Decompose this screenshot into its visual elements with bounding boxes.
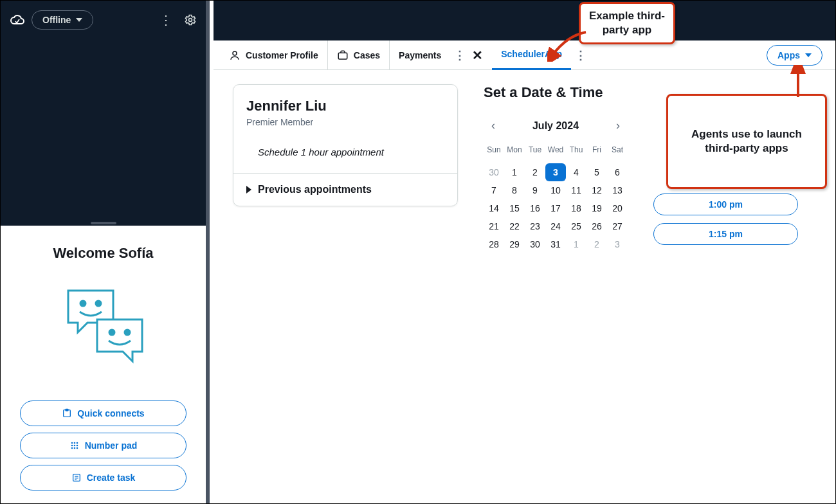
customer-card: Jennifer Liu Premier Member Schedule 1 h… — [233, 84, 458, 206]
tab-cases[interactable]: Cases — [327, 40, 389, 70]
more-vert-icon[interactable]: ⋮ — [159, 12, 172, 28]
calendar-next-month[interactable]: › — [611, 116, 625, 135]
workspace-header-bar — [214, 1, 835, 40]
svg-point-14 — [73, 447, 75, 449]
previous-appointments-toggle[interactable]: Previous appointments — [233, 173, 457, 206]
calendar-day[interactable]: 22 — [504, 217, 525, 235]
create-task-label: Create task — [87, 473, 136, 483]
calendar-day[interactable]: 1 — [504, 163, 525, 181]
cloud-status-icon — [10, 12, 25, 28]
calendar-day[interactable]: 18 — [566, 199, 586, 217]
svg-point-20 — [233, 51, 237, 55]
calendar-day[interactable]: 9 — [525, 181, 545, 199]
workspace-panel: Customer Profile Cases Payments ⋮ ✕ Sche… — [214, 1, 835, 503]
welcome-heading: Welcome Sofía — [53, 245, 153, 262]
calendar-day[interactable]: 5 — [586, 163, 607, 181]
create-task-button[interactable]: Create task — [20, 465, 186, 491]
calendar-day[interactable]: 12 — [586, 181, 607, 199]
customer-task: Schedule 1 hour appointment — [258, 147, 444, 158]
callout-third-party-app: Example third-party app — [579, 2, 675, 44]
calendar-day[interactable]: 6 — [607, 163, 628, 181]
calendar-day[interactable]: 7 — [484, 181, 504, 199]
calendar-dow: Thu — [566, 145, 586, 163]
calendar-day[interactable]: 4 — [566, 163, 586, 181]
svg-rect-21 — [338, 53, 347, 59]
calendar-day[interactable]: 28 — [484, 235, 504, 253]
customer-name: Jennifer Liu — [246, 98, 444, 114]
tab-payments-more-icon[interactable]: ⋮ — [450, 48, 469, 62]
tab-cases-label: Cases — [354, 50, 380, 60]
svg-point-4 — [125, 330, 130, 335]
calendar-day[interactable]: 26 — [586, 217, 607, 235]
svg-rect-6 — [66, 409, 68, 411]
calendar-day[interactable]: 25 — [566, 217, 586, 235]
svg-point-11 — [73, 445, 75, 447]
tab-scheduler-more-icon[interactable]: ⋮ — [571, 48, 590, 62]
calendar-day[interactable]: 2 — [525, 163, 545, 181]
agent-panel: Offline ⋮ Welcome Sofía — [1, 1, 210, 503]
calendar-day[interactable]: 27 — [607, 217, 628, 235]
tab-customer-profile-label: Customer Profile — [246, 50, 318, 60]
calendar-day[interactable]: 20 — [607, 199, 628, 217]
quick-connects-label: Quick connects — [77, 408, 144, 419]
svg-point-15 — [76, 447, 78, 449]
callout-apps-launch: Agents use to launch third-party apps — [666, 94, 827, 189]
calendar-day[interactable]: 14 — [484, 199, 504, 217]
tab-scheduler-app[interactable]: SchedulerApp — [492, 40, 571, 70]
calendar-day[interactable]: 24 — [545, 217, 566, 235]
number-pad-label: Number pad — [85, 440, 138, 451]
calendar-day[interactable]: 23 — [525, 217, 545, 235]
svg-point-1 — [80, 301, 86, 306]
calendar-day[interactable]: 30 — [484, 163, 504, 181]
calendar-day[interactable]: 17 — [545, 199, 566, 217]
calendar-day[interactable]: 8 — [504, 181, 525, 199]
calendar-prev-month[interactable]: ‹ — [486, 116, 500, 135]
agent-status-dropdown[interactable]: Offline — [32, 10, 93, 30]
agent-panel-bottom: Welcome Sofía Quick co — [1, 226, 206, 503]
calendar-day[interactable]: 11 — [566, 181, 586, 199]
tab-payments-label: Payments — [399, 50, 441, 60]
tabs-bar: Customer Profile Cases Payments ⋮ ✕ Sche… — [214, 40, 835, 70]
calendar-day[interactable]: 30 — [525, 235, 545, 253]
calendar-day[interactable]: 2 — [586, 235, 607, 253]
calendar-dow: Sat — [607, 145, 628, 163]
settings-gear-icon[interactable] — [184, 12, 197, 28]
svg-point-9 — [76, 442, 78, 444]
calendar-day[interactable]: 19 — [586, 199, 607, 217]
tab-payments[interactable]: Payments — [389, 40, 450, 70]
calendar-day[interactable]: 13 — [607, 181, 628, 199]
calendar-dow: Mon — [504, 145, 525, 163]
agent-panel-top: Offline ⋮ — [1, 1, 206, 226]
apps-label: Apps — [777, 50, 800, 60]
svg-point-2 — [96, 301, 101, 306]
tab-scheduler-label: SchedulerApp — [501, 49, 562, 59]
svg-point-13 — [71, 447, 73, 449]
number-pad-button[interactable]: Number pad — [20, 433, 186, 458]
calendar-day[interactable]: 10 — [545, 181, 566, 199]
calendar-dow: Wed — [545, 145, 566, 163]
calendar-dow: Tue — [525, 145, 545, 163]
drag-handle[interactable] — [91, 222, 116, 224]
timeslot-button[interactable]: 1:00 pm — [653, 194, 798, 215]
agent-status-label: Offline — [42, 15, 71, 25]
calendar-day[interactable]: 3 — [545, 163, 566, 181]
tab-customer-profile[interactable]: Customer Profile — [220, 40, 327, 70]
calendar-month-label: July 2024 — [532, 120, 579, 132]
chat-illustration — [62, 281, 145, 366]
chevron-down-icon — [805, 53, 812, 57]
customer-tier: Premier Member — [246, 117, 444, 127]
calendar-day[interactable]: 1 — [566, 235, 586, 253]
calendar-day[interactable]: 3 — [607, 235, 628, 253]
calendar-dow: Fri — [586, 145, 607, 163]
calendar-day[interactable]: 21 — [484, 217, 504, 235]
calendar-day[interactable]: 16 — [525, 199, 545, 217]
calendar-day[interactable]: 15 — [504, 199, 525, 217]
apps-dropdown-button[interactable]: Apps — [767, 45, 822, 66]
chevron-down-icon — [76, 18, 82, 22]
svg-point-10 — [71, 445, 73, 447]
tab-payments-close-icon[interactable]: ✕ — [469, 48, 486, 63]
calendar-day[interactable]: 29 — [504, 235, 525, 253]
calendar-day[interactable]: 31 — [545, 235, 566, 253]
timeslot-button[interactable]: 1:15 pm — [653, 223, 798, 245]
quick-connects-button[interactable]: Quick connects — [20, 401, 186, 426]
